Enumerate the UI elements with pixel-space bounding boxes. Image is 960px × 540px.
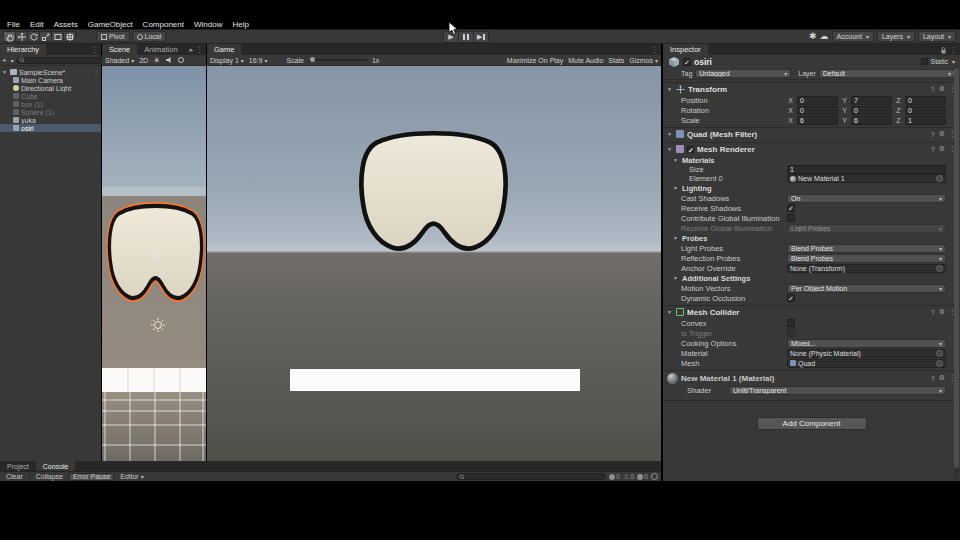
tab-project[interactable]: Project: [0, 461, 36, 471]
inspector-menu-icon[interactable]: ⋮: [950, 46, 957, 54]
scale-z-field[interactable]: 1: [905, 116, 946, 125]
rotation-x-field[interactable]: 0: [797, 106, 838, 115]
effects-dropdown-icon[interactable]: [178, 57, 184, 63]
menu-help[interactable]: Help: [227, 20, 253, 29]
display-dropdown[interactable]: Display 1▾: [210, 57, 244, 64]
mesh-filter-component-header[interactable]: ▼ Quad (Mesh Filter) ?⚙⋮: [663, 127, 960, 140]
cooking-options-dropdown[interactable]: Mixed...▾: [787, 339, 946, 348]
help-icon[interactable]: ?: [931, 86, 935, 93]
clear-button[interactable]: Clear: [3, 473, 26, 481]
aspect-dropdown[interactable]: 16:9▾: [249, 57, 268, 64]
help-icon[interactable]: ?: [931, 309, 935, 316]
mesh-renderer-enabled-checkbox[interactable]: ✓: [687, 146, 694, 153]
object-picker-icon[interactable]: [936, 360, 943, 367]
lock-icon[interactable]: [940, 46, 947, 54]
scene-root-row[interactable]: ▼ SampleScene* ⋮: [0, 68, 101, 76]
foldout-icon[interactable]: ▼: [667, 131, 673, 137]
rotation-z-field[interactable]: 0: [905, 106, 946, 115]
physic-material-field[interactable]: None (Physic Material): [787, 349, 946, 358]
mesh-renderer-component-header[interactable]: ▼ ✓ Mesh Renderer ?⚙⋮: [663, 142, 960, 155]
scene-viewport[interactable]: [102, 66, 206, 461]
local-toggle-button[interactable]: Local: [132, 31, 167, 42]
scene-menu-icon[interactable]: ⋮: [196, 46, 203, 54]
layout-dropdown[interactable]: Layout▾: [918, 31, 956, 42]
scrollbar-thumb[interactable]: [954, 68, 959, 468]
presets-icon[interactable]: ⚙: [939, 85, 945, 93]
materials-size-field[interactable]: 1: [787, 165, 946, 174]
presets-icon[interactable]: ⚙: [939, 374, 945, 382]
tab-console[interactable]: Console: [36, 461, 76, 471]
static-dropdown[interactable]: Static ▾: [921, 58, 955, 65]
hierarchy-search[interactable]: [16, 57, 106, 64]
position-y-field[interactable]: 7: [851, 96, 892, 105]
shader-dropdown[interactable]: Unlit/Transparent▾: [729, 386, 946, 395]
tab-animation[interactable]: Animation: [137, 44, 184, 55]
error-pause-button[interactable]: Error Pause: [69, 473, 114, 481]
gizmos-dropdown[interactable]: Gizmos▾: [629, 57, 658, 64]
dynamic-occlusion-checkbox[interactable]: ✓: [787, 294, 795, 302]
tab-scene[interactable]: Scene: [102, 44, 137, 55]
probes-foldout[interactable]: ▼Probes: [663, 233, 960, 243]
object-picker-icon[interactable]: [936, 175, 943, 182]
lighting-foldout[interactable]: ▼Lighting: [663, 183, 960, 193]
error-filter-button[interactable]: 0: [637, 473, 648, 480]
scale-x-field[interactable]: 6: [797, 116, 838, 125]
mute-audio-button[interactable]: Mute Audio: [568, 57, 603, 64]
tag-dropdown[interactable]: Untagged▾: [695, 69, 791, 78]
position-x-field[interactable]: 0: [797, 96, 838, 105]
services-icon[interactable]: ✱: [809, 31, 817, 42]
2d-toggle-button[interactable]: 2D: [139, 57, 148, 64]
foldout-icon[interactable]: ▼: [667, 146, 673, 152]
chevron-down-icon[interactable]: ▾: [11, 57, 14, 64]
game-viewport[interactable]: [207, 66, 661, 461]
scale-slider-knob[interactable]: [310, 57, 315, 62]
scene-options-icon[interactable]: ⋮: [93, 69, 101, 76]
step-button[interactable]: ▶: [473, 31, 489, 43]
anchor-override-field[interactable]: None (Transform): [787, 264, 946, 273]
cast-shadows-dropdown[interactable]: On▾: [787, 194, 946, 203]
tab-inspector[interactable]: Inspector: [663, 44, 708, 55]
cloud-icon[interactable]: ☁: [820, 31, 829, 42]
object-picker-icon[interactable]: [936, 350, 943, 357]
static-checkbox[interactable]: [921, 58, 928, 65]
help-icon[interactable]: ?: [931, 131, 935, 138]
foldout-icon[interactable]: ▼: [667, 86, 673, 92]
hierarchy-item-yuka[interactable]: yuka: [0, 116, 101, 124]
menu-edit[interactable]: Edit: [25, 20, 49, 29]
active-checkbox[interactable]: ✓: [683, 58, 691, 66]
menu-component[interactable]: Component: [138, 20, 189, 29]
editor-dropdown[interactable]: Editor▾: [117, 473, 146, 481]
menu-gameobject[interactable]: GameObject: [83, 20, 138, 29]
menu-window[interactable]: Window: [189, 20, 227, 29]
scene-audio-icon[interactable]: [165, 56, 173, 64]
pause-button[interactable]: [458, 31, 474, 43]
reflection-probes-dropdown[interactable]: Blend Probes▾: [787, 254, 946, 263]
foldout-icon[interactable]: ▼: [667, 309, 673, 315]
receive-shadows-checkbox[interactable]: ✓: [787, 204, 795, 212]
contribute-gi-checkbox[interactable]: [787, 214, 795, 222]
object-name[interactable]: osiri: [694, 57, 712, 67]
foldout-icon[interactable]: ▼: [2, 69, 8, 75]
info-filter-button[interactable]: 0: [609, 473, 620, 480]
stats-button[interactable]: Stats: [608, 57, 624, 64]
add-component-button[interactable]: Add Component: [757, 417, 867, 430]
account-dropdown[interactable]: Account▾: [832, 31, 874, 42]
collapse-button[interactable]: Collapse: [33, 473, 66, 481]
hierarchy-item-directional-light[interactable]: Directional Light: [0, 84, 101, 92]
light-probes-dropdown[interactable]: Blend Probes▾: [787, 244, 946, 253]
inspector-scrollbar[interactable]: [954, 67, 959, 479]
materials-foldout[interactable]: ▼Materials: [663, 155, 960, 165]
tab-hierarchy[interactable]: Hierarchy: [0, 44, 46, 55]
maximize-on-play-button[interactable]: Maximize On Play: [507, 57, 563, 64]
layer-dropdown[interactable]: Default▾: [819, 69, 955, 78]
mesh-collider-component-header[interactable]: ▼ Mesh Collider ?⚙⋮: [663, 305, 960, 318]
pivot-toggle-button[interactable]: Pivot: [96, 31, 130, 42]
menu-assets[interactable]: Assets: [49, 20, 83, 29]
help-icon[interactable]: ?: [931, 375, 935, 382]
hierarchy-item-main-camera[interactable]: Main Camera: [0, 76, 101, 84]
help-icon[interactable]: ?: [931, 146, 935, 153]
material-header[interactable]: New Material 1 (Material) ?⚙⋮: [663, 370, 960, 385]
shading-mode-dropdown[interactable]: Shaded▾: [105, 57, 134, 64]
rotation-y-field[interactable]: 0: [851, 106, 892, 115]
transform-component-header[interactable]: ▼ Transform ?⚙⋮: [663, 82, 960, 95]
